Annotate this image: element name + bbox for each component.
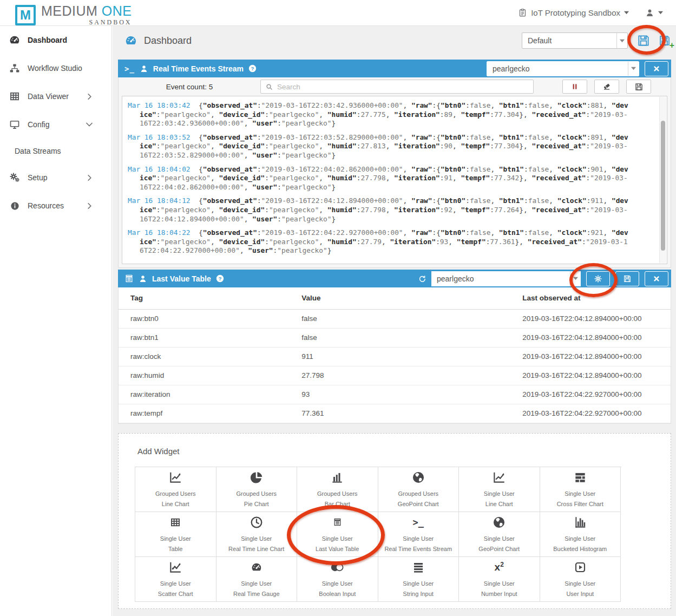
lvt-close-button[interactable] — [645, 271, 668, 286]
widget-name-label: Cross Filter Chart — [557, 499, 603, 509]
lvt-save-button[interactable] — [615, 271, 639, 286]
widget-group-label: Single User — [484, 579, 515, 589]
user-icon — [139, 274, 147, 283]
top-bar: M MEDIUM ONE SANDBOX IoT Prototyping San… — [0, 0, 676, 26]
brand-logo: M MEDIUM ONE SANDBOX — [15, 3, 132, 27]
workspace-menu[interactable]: IoT Prototyping Sandbox — [518, 8, 629, 17]
add-widget-item-grouped-users-pie-chart[interactable]: Grouped UsersPie Chart — [216, 467, 298, 512]
table-row: raw:tempf77.3612019-03-16T22:04:22.92700… — [119, 404, 671, 423]
add-widget-item-grouped-users-bar-chart[interactable]: Grouped UsersBar Chart — [297, 467, 378, 512]
lvt-device-select — [431, 271, 581, 286]
save-as-new-dashboard-button[interactable]: + — [658, 34, 671, 47]
caret-down-icon — [624, 10, 629, 15]
add-widget-item-single-user-last-value-table[interactable]: Single UserLast Value Table — [297, 512, 378, 557]
widget-name-label: Line Chart — [485, 499, 513, 509]
sidebar-item-resources[interactable]: Resources — [0, 192, 111, 220]
save-dashboard-button[interactable] — [636, 34, 651, 48]
sidebar-subitem-data-streams[interactable]: Data Streams — [0, 139, 111, 163]
add-widget-item-single-user-scatter-chart[interactable]: Single UserScatter Chart — [135, 557, 216, 602]
widget-group-label: Single User — [322, 534, 353, 544]
add-widget-item-single-user-real-time-gauge[interactable]: Single UserReal Time Gauge — [216, 557, 298, 602]
widget-name-label: Line Chart — [162, 499, 189, 509]
pause-stream-button[interactable] — [562, 80, 587, 94]
add-widget-item-grouped-users-geopoint-chart[interactable]: Grouped UsersGeoPoint Chart — [378, 467, 460, 512]
help-icon[interactable]: ? — [216, 274, 224, 283]
lvt-widget-header: Last Value Table ? — [118, 270, 671, 287]
event-log-entry: Mar 16 18:04:12 {"observed_at":"2019-03-… — [128, 196, 631, 224]
sidebar-item-config[interactable]: Config — [0, 110, 111, 139]
sidebar-item-setup[interactable]: Setup — [0, 163, 111, 192]
add-widget-item-single-user-table[interactable]: Single UserTable — [135, 512, 216, 557]
lvt-device-input[interactable] — [431, 271, 570, 286]
sidebar-item-dashboard[interactable]: Dashboard — [0, 26, 111, 54]
toggle-icon — [329, 559, 345, 575]
table-cell: 2019-03-16T22:04:12.894000+00:00 — [510, 347, 671, 366]
clear-stream-button[interactable] — [594, 80, 619, 94]
refresh-icon[interactable] — [418, 274, 426, 283]
save-stream-button[interactable] — [626, 80, 651, 94]
widget-group-label: Single User — [484, 489, 515, 499]
widget-name-label: Scatter Chart — [158, 589, 193, 599]
add-widget-item-single-user-string-input[interactable]: Single UserString Input — [378, 557, 460, 602]
events-device-select-value: pearlgecko — [487, 64, 628, 73]
caret-down-icon — [658, 10, 663, 15]
events-search-input[interactable] — [277, 83, 529, 91]
events-device-select[interactable]: pearlgecko — [487, 61, 639, 76]
chevron-right-icon — [83, 94, 96, 100]
add-widget-item-single-user-bucketed-histogram[interactable]: Single UserBucketed Histogram — [540, 512, 621, 557]
event-log-entry: Mar 16 18:03:42 {"observed_at":"2019-03-… — [128, 101, 631, 128]
chevron-right-icon — [83, 175, 96, 181]
terminal-icon: >_ — [124, 64, 135, 73]
column-header-value: Value — [290, 287, 510, 309]
table-cell: raw:humid — [119, 366, 290, 385]
sidebar-item-data-viewer[interactable]: Data Viewer — [0, 82, 111, 110]
sidebar-item-workflow-studio[interactable]: Workflow Studio — [0, 54, 111, 82]
bar-chart-icon — [330, 470, 344, 484]
widget-name-label: Last Value Table — [316, 544, 359, 554]
chevron-down-icon — [83, 121, 96, 128]
add-widget-item-single-user-number-input[interactable]: x2Single UserNumber Input — [459, 557, 540, 602]
svg-text:?: ? — [218, 276, 221, 281]
event-log-entry: Mar 16 18:03:52 {"observed_at":"2019-03-… — [128, 133, 631, 160]
widget-group-label: Single User — [403, 534, 434, 544]
logo-m-icon: M — [15, 5, 36, 25]
lvt-settings-button[interactable] — [586, 271, 610, 286]
add-widget-item-single-user-line-chart[interactable]: Single UserLine Chart — [459, 467, 540, 512]
event-count: Event count: 5 — [119, 83, 260, 91]
add-widget-item-single-user-geopoint-chart[interactable]: Single UserGeoPoint Chart — [459, 512, 540, 557]
caret-down-icon — [570, 271, 581, 286]
widget-group-label: Single User — [322, 579, 353, 589]
widget-group-label: Grouped Users — [398, 489, 438, 499]
table-cell: false — [290, 309, 510, 328]
desktop-icon — [8, 119, 21, 130]
widget-name-label: GeoPoint Chart — [478, 544, 520, 554]
pie-chart-icon — [250, 470, 264, 484]
events-close-button[interactable] — [645, 61, 668, 76]
widget-name-label: Real Time Line Chart — [228, 544, 284, 554]
table-cell: raw:tempf — [119, 404, 290, 423]
events-scrollbar-thumb[interactable] — [661, 121, 665, 251]
table-cell: 2019-03-16T22:04:22.927000+00:00 — [510, 404, 671, 423]
help-icon[interactable]: ? — [248, 64, 257, 73]
table-cell: 77.361 — [290, 404, 510, 423]
last-value-table: TagValueLast observed at raw:btn0false20… — [119, 287, 671, 423]
widget-group-label: Single User — [241, 579, 272, 589]
add-widget-item-single-user-real-time-line-chart[interactable]: Single UserReal Time Line Chart — [216, 512, 298, 557]
table-icon — [170, 517, 181, 528]
event-log-entry: Mar 16 18:04:22 {"observed_at":"2019-03-… — [128, 228, 631, 255]
chevron-right-icon — [83, 203, 96, 209]
add-widget-item-single-user-user-input[interactable]: Single UserUser Input — [540, 557, 621, 602]
add-widget-item-single-user-cross-filter-chart[interactable]: Single UserCross Filter Chart — [540, 467, 621, 512]
user-menu[interactable] — [645, 8, 663, 17]
widget-group-label: Grouped Users — [236, 489, 277, 499]
cross-filter-icon — [573, 470, 587, 484]
table-cell: false — [290, 328, 510, 347]
widget-group-label: Single User — [565, 579, 595, 589]
line-chart-icon — [168, 470, 182, 484]
add-widget-item-single-user-boolean-input[interactable]: Single UserBoolean Input — [297, 557, 378, 602]
add-widget-item-grouped-users-line-chart[interactable]: Grouped UsersLine Chart — [135, 467, 216, 512]
widget-group-label: Single User — [565, 534, 595, 544]
add-widget-item-single-user-real-time-events-stream[interactable]: >_Single UserReal Time Events Stream — [378, 512, 460, 557]
dashboard-select[interactable]: Default — [522, 32, 628, 49]
play-square-icon — [574, 561, 587, 574]
